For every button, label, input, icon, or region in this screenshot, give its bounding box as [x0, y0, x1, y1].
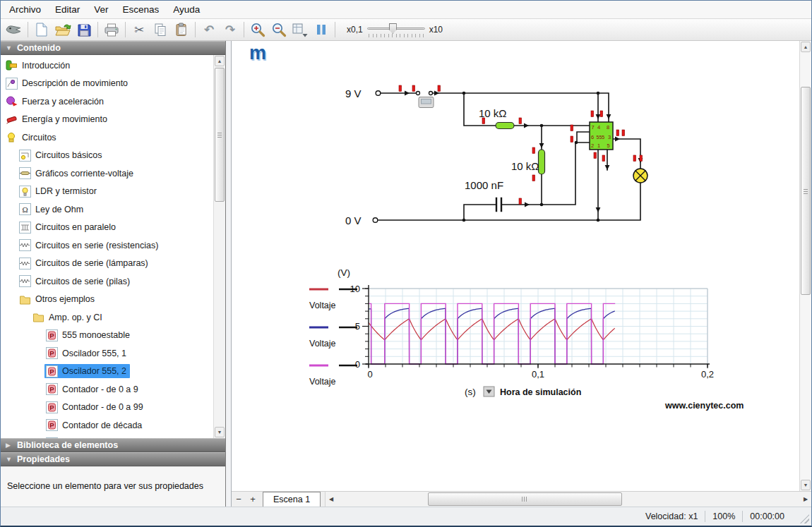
scroll-down-icon[interactable]: ▼ [801, 480, 811, 490]
undo-button[interactable]: ↶ [199, 20, 219, 39]
panel-header-biblioteca[interactable]: ▶ Biblioteca de elementos [1, 438, 225, 452]
resistor-10k-top[interactable] [496, 123, 514, 129]
y-axis-unit: (V) [338, 267, 350, 278]
tree-scrollbar[interactable]: ▲ ▼ [213, 55, 225, 438]
tree-item-inner[interactable]: POscilador 555, 2 [44, 364, 130, 378]
tree-item-inner[interactable]: PContador - de 0 a 99 [44, 400, 147, 414]
tree-item-otros-ejemplos[interactable]: Otros ejemplos [1, 291, 213, 309]
speed-min-label: x0,1 [347, 25, 363, 35]
tree-item-inner[interactable]: Circuitos [4, 131, 60, 145]
tree-item-inner[interactable]: Descripción de movimiento [4, 76, 131, 90]
tree-item-inner[interactable]: LDR y termistor [18, 184, 100, 198]
tree-item-fuerza-y-aceleracion[interactable]: Fuerza y aceleración [1, 92, 213, 111]
tree-item-oscilador-555-1[interactable]: POscilador 555, 1 [1, 344, 213, 363]
tree-item-inner[interactable]: Circuitos en serie (resistencias) [18, 238, 162, 253]
tree-item-contador-de-0-a-99[interactable]: PContador - de 0 a 99 [1, 399, 213, 417]
scroll-up-icon[interactable]: ▲ [215, 56, 225, 66]
scene-tab[interactable]: Escena 1 [263, 492, 321, 507]
canvas-hscrollbar[interactable]: ◀ ▶ [325, 492, 811, 507]
tree-item-ley-de-ohm[interactable]: ΩLey de Ohm [1, 200, 213, 219]
circuit-diagram[interactable]: 7 4 8 6 555 3 2 1 5 [345, 85, 647, 226]
tree-item-circuitos-en-serie-resistencias[interactable]: Circuitos en serie (resistencias) [1, 236, 213, 255]
tree-item-ldr-y-termistor[interactable]: LDR y termistor [1, 183, 213, 201]
lamp[interactable] [633, 169, 647, 183]
x-axis-unit: (s) [465, 387, 476, 397]
capacitor-1000nf[interactable] [496, 198, 501, 211]
tree-item-circuitos-de-serie-lamparas[interactable]: Circuitos de serie (lámparas) [1, 255, 213, 273]
tree-item-inner[interactable]: P [44, 436, 66, 438]
parallel-doc-icon [18, 221, 31, 234]
tree-item-inner[interactable]: Introducción [4, 59, 73, 73]
print-button[interactable] [102, 20, 121, 39]
tree-item-inner[interactable]: Gráficos corriente-voltaje [18, 166, 137, 181]
voltage-graph[interactable]: 051000,10,2 VoltajeVoltajeVoltaje (V) (s… [309, 267, 714, 397]
tree-item-descripcion-de-movimiento[interactable]: Descripción de movimiento [1, 75, 213, 93]
tree-item-graficos-corriente-voltaje[interactable]: Gráficos corriente-voltaje [1, 164, 213, 183]
remove-scene-button[interactable]: − [232, 492, 246, 507]
tree-item-inner[interactable]: ΩLey de Ohm [18, 202, 87, 217]
chip-555[interactable]: 7 4 8 6 555 3 2 1 5 [590, 122, 613, 150]
yenka-logo-icon[interactable] [4, 20, 24, 39]
scroll-down-icon[interactable]: ▼ [215, 427, 225, 437]
zoom-out-button[interactable] [269, 20, 289, 39]
speed-slider[interactable] [367, 22, 425, 37]
menu-ayuda[interactable]: Ayuda [166, 1, 207, 18]
tree-item-inner[interactable]: Otros ejemplos [18, 292, 98, 306]
redo-button[interactable]: ↷ [220, 20, 240, 39]
menu-escenas[interactable]: Escenas [116, 1, 167, 18]
push-switch[interactable] [417, 92, 434, 108]
canvas-vscrollbar-thumb[interactable] [801, 87, 811, 295]
tree-item-oscilador-555-2[interactable]: POscilador 555, 2 [1, 363, 213, 381]
tree-item-inner[interactable]: Circuitos básicos [18, 148, 105, 162]
open-file-button[interactable] [53, 20, 73, 39]
x-axis-dropdown[interactable] [484, 387, 494, 396]
speed-slider-thumb[interactable] [389, 23, 397, 34]
paste-button[interactable] [172, 20, 191, 39]
tree-item-inner[interactable]: Circuitos de serie (lámparas) [18, 256, 152, 270]
new-document-button[interactable] [32, 20, 52, 39]
menu-archivo[interactable]: Archivo [2, 1, 48, 18]
tree-item-amp-op-y-ci[interactable]: Amp. op. y CI [1, 308, 213, 327]
simulation-canvas[interactable]: m [231, 41, 811, 507]
panel-header-contenido[interactable]: ▼ Contenido [1, 41, 225, 55]
canvas-hscrollbar-thumb[interactable] [428, 492, 622, 506]
pause-button[interactable] [311, 20, 331, 39]
tree-item-inner[interactable]: PContador de década [44, 418, 145, 432]
tree-item-inner[interactable]: POscilador 555, 1 [44, 346, 130, 361]
tree-item-contador-de-decada[interactable]: PContador de década [1, 416, 213, 435]
tree-item-circuitos[interactable]: Circuitos [1, 128, 213, 147]
scroll-up-icon[interactable]: ▲ [801, 42, 811, 52]
terminal-9v[interactable] [376, 91, 381, 96]
canvas-vscrollbar[interactable]: ▲ ▼ [799, 41, 811, 491]
tree-item-circuitos-en-paralelo[interactable]: Circuitos en paralelo [1, 219, 213, 237]
zoom-in-button[interactable] [248, 20, 268, 39]
tree-item-inner[interactable]: Fuerza y aceleración [4, 95, 107, 109]
add-scene-button[interactable]: + [246, 492, 260, 507]
tree-item-energia-y-movimiento[interactable]: Energía y movimiento [1, 111, 213, 129]
resistor-10k-mid[interactable] [539, 150, 545, 174]
tree-item-inner[interactable]: PContador - de 0 a 9 [44, 382, 142, 396]
scroll-right-icon[interactable]: ▶ [800, 493, 811, 505]
resize-grip-icon[interactable] [800, 514, 809, 523]
tree-item-inner[interactable]: Amp. op. y CI [31, 310, 106, 325]
tree-item-inner[interactable]: Energía y movimiento [4, 112, 111, 126]
tree-item-contador-de-0-a-9[interactable]: PContador - de 0 a 9 [1, 380, 213, 399]
tree-item-inner[interactable]: Circuitos en paralelo [18, 220, 119, 234]
panel-header-propiedades[interactable]: ▼ Propiedades [1, 452, 225, 466]
menu-editar[interactable]: Editar [48, 1, 87, 18]
save-button[interactable] [74, 20, 94, 39]
tree-scrollbar-thumb[interactable] [215, 68, 225, 202]
tree-item-circuitos-basicos[interactable]: Circuitos básicos [1, 147, 213, 165]
zoom-fit-button[interactable] [290, 20, 310, 39]
tree-item-circuitos-de-serie-pilas[interactable]: Circuitos de serie (pilas) [1, 272, 213, 291]
tree-item-introduccion[interactable]: Introducción [1, 56, 213, 75]
tree-item-555-monoestable[interactable]: P555 monoestable [1, 327, 213, 345]
tree-item-clipped[interactable]: P [1, 435, 213, 439]
terminal-0v[interactable] [373, 218, 378, 223]
tree-item-inner[interactable]: Circuitos de serie (pilas) [18, 274, 133, 289]
scroll-left-icon[interactable]: ◀ [326, 493, 337, 505]
cut-button[interactable]: ✂ [129, 20, 149, 39]
tree-item-inner[interactable]: P555 monoestable [44, 328, 133, 342]
menu-ver[interactable]: Ver [87, 1, 115, 18]
copy-button[interactable] [150, 20, 170, 39]
